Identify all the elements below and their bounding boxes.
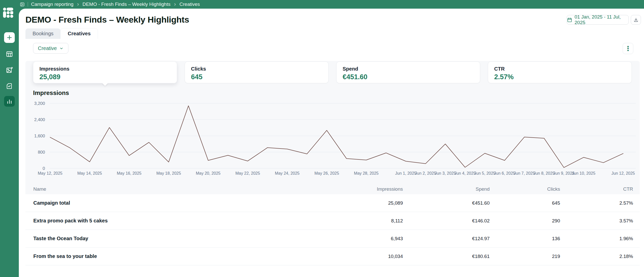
- table-body: Campaign total 25,089 €451.60 645 2.57% …: [25, 194, 640, 274]
- creative-filter-label: Creative: [38, 45, 57, 51]
- column-header-spend: Spend: [403, 186, 490, 192]
- row-name: From the sea to your table: [25, 253, 316, 259]
- metric-value: €451.60: [343, 73, 474, 81]
- row-name: Campaign total: [25, 200, 316, 206]
- metric-label: Impressions: [39, 66, 171, 72]
- column-header-name: Name: [25, 186, 316, 192]
- tab-bookings[interactable]: Bookings: [25, 28, 61, 39]
- document-check-icon: [6, 82, 13, 90]
- impressions-line-series: [50, 106, 623, 168]
- metric-label: CTR: [494, 66, 625, 72]
- x-axis-label: Jun 9, 2025: [553, 171, 575, 175]
- breadcrumb: Campaign reporting›DEMO - Fresh Finds – …: [20, 0, 200, 9]
- row-clicks: 290: [490, 218, 560, 224]
- chevron-right-icon: ›: [77, 2, 79, 7]
- metric-value: 645: [191, 73, 322, 81]
- row-spend: €124.97: [403, 236, 490, 241]
- y-axis-label: 3,200: [34, 101, 45, 106]
- row-ctr: 2.18%: [560, 254, 640, 259]
- app-logo-icon[interactable]: [3, 8, 14, 18]
- sidebar: [0, 0, 19, 277]
- tab-creatives[interactable]: Creatives: [61, 28, 98, 39]
- more-options-button[interactable]: ⋮: [623, 43, 633, 54]
- date-range-label: 01 Jan, 2025 - 11 Jul, 2025: [575, 14, 628, 25]
- column-header-ctr: CTR: [560, 186, 640, 192]
- table-row[interactable]: From the sea to your table 10,034 €180.6…: [25, 248, 640, 265]
- breadcrumb-item[interactable]: Campaign reporting: [31, 2, 74, 7]
- table-row[interactable]: Campaign total 25,089 €451.60 645 2.57%: [25, 194, 640, 212]
- x-axis-label: Jun 5, 2025: [474, 171, 495, 175]
- download-button[interactable]: [631, 15, 641, 25]
- breadcrumb-item[interactable]: Creatives: [180, 2, 200, 7]
- chevron-down-icon: [59, 46, 64, 51]
- row-ctr: 3.57%: [560, 218, 640, 224]
- main-content: DEMO - Fresh Finds – Weekly Highlights 0…: [19, 9, 644, 277]
- metric-label: Spend: [343, 66, 474, 72]
- x-axis-label: Jun 2, 2025: [415, 171, 436, 175]
- column-header-clicks: Clicks: [490, 186, 560, 192]
- breadcrumb-divider: [28, 2, 28, 7]
- y-axis-label: 800: [38, 150, 45, 155]
- row-ctr: 2.57%: [560, 200, 640, 206]
- metric-label: Clicks: [191, 66, 322, 72]
- x-axis-label: Jun 6, 2025: [494, 171, 515, 175]
- y-axis-label: 0: [43, 166, 45, 171]
- row-ctr: 1.96%: [560, 236, 640, 241]
- sidebar-item-bookings[interactable]: [4, 49, 15, 59]
- x-axis-label: May 20, 2025: [196, 171, 221, 175]
- metric-cards-row: Impressions 25,089 Clicks 645 Spend €451…: [33, 61, 632, 83]
- table-grid-icon: [6, 50, 13, 58]
- metric-card[interactable]: Spend €451.60: [336, 61, 480, 83]
- create-new-button[interactable]: [4, 32, 15, 43]
- metric-card[interactable]: Impressions 25,089: [33, 61, 177, 83]
- x-axis-label: Jun 10, 2025: [572, 171, 595, 175]
- x-axis-label: Jun 8, 2025: [533, 171, 555, 175]
- metric-card[interactable]: Clicks 645: [185, 61, 329, 83]
- row-impressions: 8,112: [316, 218, 403, 224]
- column-header-impressions: Impressions: [316, 186, 403, 192]
- row-impressions: 6,943: [316, 236, 403, 241]
- sidebar-item-reporting[interactable]: [4, 96, 15, 107]
- creative-filter-dropdown[interactable]: Creative: [33, 43, 68, 54]
- x-axis-label: May 26, 2025: [314, 171, 339, 175]
- creatives-table: Name Impressions Spend Clicks CTR Campai…: [25, 184, 640, 274]
- creatives-panel: Creative ⋮ Impressions 25,089 Clicks 645…: [25, 39, 640, 274]
- y-axis-label: 2,400: [34, 117, 45, 122]
- metric-value: 25,089: [39, 73, 171, 81]
- row-name: Taste the Ocean Today: [25, 236, 316, 241]
- chart-title: Impressions: [33, 89, 69, 96]
- row-impressions: 10,034: [316, 254, 403, 259]
- table-row[interactable]: Extra promo pack with 5 cakes 8,112 €146…: [25, 212, 640, 230]
- image-add-icon: [6, 66, 13, 74]
- download-icon: [633, 17, 639, 23]
- page-title: DEMO - Fresh Finds – Weekly Highlights: [25, 15, 189, 25]
- sidebar-toggle-icon[interactable]: [20, 2, 25, 7]
- row-name: Extra promo pack with 5 cakes: [25, 218, 316, 224]
- metric-card[interactable]: CTR 2.57%: [488, 61, 632, 83]
- x-axis-label: Jun 12, 2025: [611, 171, 635, 175]
- x-axis-label: May 18, 2025: [156, 171, 181, 175]
- date-range-button[interactable]: 01 Jan, 2025 - 11 Jul, 2025: [567, 15, 629, 25]
- x-axis-label: May 24, 2025: [275, 171, 300, 175]
- bar-chart-icon: [6, 98, 13, 105]
- x-axis-label: May 22, 2025: [235, 171, 260, 175]
- row-clicks: 219: [490, 254, 560, 259]
- row-clicks: 645: [490, 200, 560, 206]
- x-axis-label: Jun 7, 2025: [514, 171, 535, 175]
- x-axis-label: Jun 4, 2025: [455, 171, 476, 175]
- sidebar-item-approvals[interactable]: [4, 81, 15, 91]
- row-impressions: 25,089: [316, 200, 403, 206]
- sidebar-item-creatives[interactable]: [4, 65, 15, 75]
- breadcrumb-item[interactable]: DEMO - Fresh Finds – Weekly Highlights: [82, 2, 170, 7]
- y-axis-label: 1,600: [34, 134, 45, 138]
- x-axis-label: May 14, 2025: [77, 171, 102, 175]
- x-axis-label: Jun 1, 2025: [395, 171, 417, 175]
- x-axis-label: May 16, 2025: [117, 171, 141, 175]
- table-row[interactable]: Taste the Ocean Today 6,943 €124.97 136 …: [25, 230, 640, 248]
- plus-icon: [6, 34, 13, 41]
- table-header-row: Name Impressions Spend Clicks CTR: [25, 184, 640, 194]
- row-spend: €146.02: [403, 218, 490, 224]
- row-spend: €451.60: [403, 200, 490, 206]
- x-axis-label: Jun 3, 2025: [435, 171, 456, 175]
- x-axis-label: May 12, 2025: [38, 171, 63, 175]
